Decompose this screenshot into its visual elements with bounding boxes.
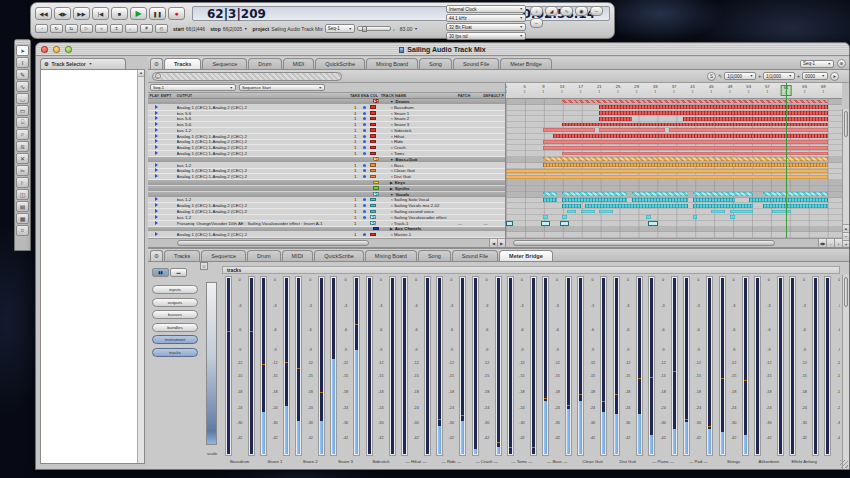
selection-button[interactable]: S: [707, 72, 716, 81]
name-cell[interactable]: ≈Sailing second voice: [381, 209, 458, 214]
track-color-chip[interactable]: [373, 186, 379, 190]
name-cell[interactable]: ≈Crash: [381, 145, 458, 150]
play-enabled-icon[interactable]: [155, 209, 158, 213]
ruler-tick[interactable]: 691: [821, 85, 826, 94]
play-cell[interactable]: [148, 122, 161, 127]
play-enabled-icon[interactable]: [155, 232, 158, 236]
disclosure-closed-icon[interactable]: ▶: [390, 227, 393, 231]
clock-option-select-2[interactable]: 32 Bit Float▼: [446, 23, 526, 31]
play-cell[interactable]: [148, 163, 161, 168]
take-cell[interactable]: 1: [350, 197, 360, 202]
track-color-chip[interactable]: [370, 152, 376, 156]
vzoom-in-icon[interactable]: +: [843, 240, 849, 247]
enable-dot-icon[interactable]: [363, 140, 366, 143]
name-cell[interactable]: ≈Dist Guit: [381, 174, 458, 179]
audio-clip[interactable]: [693, 198, 735, 202]
resize-grip[interactable]: [840, 460, 848, 468]
play-cell[interactable]: [148, 197, 161, 202]
enable-cell[interactable]: [360, 105, 370, 110]
fast-forward-button[interactable]: ▶▶: [73, 7, 90, 20]
window-titlebar[interactable]: Sailing Audio Track Mix: [36, 43, 849, 56]
audio-clip[interactable]: [632, 198, 688, 202]
output-cell[interactable]: Analog 1 (CEC) 1-Analog 2 (CEC) 2: [177, 145, 351, 150]
tab-quickscribe[interactable]: QuickScribe: [315, 58, 365, 69]
scrub-tool[interactable]: ≋: [16, 141, 29, 152]
scissors-tool[interactable]: ✂: [16, 165, 29, 176]
selection-duration-field[interactable]: 0000▼: [802, 72, 828, 80]
zoom-out-icon[interactable]: –: [826, 239, 834, 247]
audio-clip[interactable]: [599, 105, 828, 109]
ruler-tick[interactable]: 51: [523, 85, 525, 94]
pencil-tool[interactable]: ✎: [16, 69, 29, 80]
tab-sound-file[interactable]: Sound File: [452, 250, 498, 261]
tab-meter-bridge[interactable]: Meter Bridge: [500, 58, 552, 69]
panel-icon[interactable]: ⊡: [200, 262, 208, 270]
meter-channel[interactable]: 0-3-6-9-12-15-18-24-30-42: [751, 276, 786, 456]
enable-dot-icon[interactable]: [363, 135, 366, 138]
output-cell[interactable]: Analog 1 (CEC) 1-Analog 2 (CEC) 2: [177, 134, 351, 139]
ruler-tick[interactable]: 11: [506, 85, 507, 94]
memory-cycle-button[interactable]: ⇆: [65, 24, 78, 33]
ruler-tick[interactable]: 531: [746, 85, 751, 94]
meter-channel[interactable]: 0-3-6-9-12-15-18-24-30-42: [293, 276, 328, 456]
track-color-chip[interactable]: [370, 204, 376, 208]
audio-clip[interactable]: [599, 128, 664, 132]
output-cell[interactable]: bus 1-2: [177, 128, 351, 133]
name-cell[interactable]: ♪Track-1: [381, 221, 458, 226]
take-cell[interactable]: 1: [350, 174, 360, 179]
enable-cell[interactable]: [360, 122, 370, 127]
clock-option-select-1[interactable]: 44.1 kHz▼: [446, 14, 526, 22]
enable-cell[interactable]: [360, 168, 370, 173]
add-sequence-icon[interactable]: ⊕: [837, 59, 846, 68]
gear-icon[interactable]: ⚙: [44, 61, 48, 67]
scroll-left-icon[interactable]: ◀: [489, 239, 497, 247]
ruler-tick[interactable]: 411: [690, 85, 695, 94]
meter-channel[interactable]: 0-3-6-9-12-15-18-24-30-42: [222, 276, 257, 456]
track-color-chip[interactable]: [373, 99, 379, 103]
vzoom-out-icon[interactable]: –: [843, 232, 849, 239]
name-cell[interactable]: ≈Sidestick: [381, 128, 458, 133]
audio-clip[interactable]: [581, 210, 595, 214]
stop-button[interactable]: ■: [111, 7, 128, 20]
audio-clip[interactable]: [683, 117, 828, 121]
timeline-ruler[interactable]: 1151911311712112512913313714114514915315…: [506, 83, 842, 99]
meter-channel[interactable]: 0-3-6-9-12-15-18-24-30-42: [398, 276, 433, 456]
play-cell[interactable]: [148, 111, 161, 116]
audio-clip[interactable]: [730, 210, 753, 214]
track-list-hscrollbar[interactable]: ◀ ▶: [148, 238, 505, 247]
track-selector-tab[interactable]: ⚙ Track Selector ▼: [40, 58, 126, 69]
stop-dropdown-arrow[interactable]: ▼: [244, 27, 247, 31]
audition-button[interactable]: ▷: [80, 24, 93, 33]
meter-view-vertical-icon[interactable]: ▮▮: [152, 268, 169, 277]
meter-filter-bundles[interactable]: bundles: [152, 323, 198, 332]
play-enabled-icon[interactable]: [155, 145, 158, 149]
tab-meter-bridge[interactable]: Meter Bridge: [499, 250, 553, 261]
track-color-chip[interactable]: [370, 140, 376, 144]
enable-cell[interactable]: [360, 139, 370, 144]
play-cell[interactable]: [148, 168, 161, 173]
audio-clip[interactable]: [763, 192, 828, 196]
meter-channel[interactable]: 0-3-6-9-12-15-18-24-30-42: [363, 276, 398, 456]
audio-clip[interactable]: [543, 215, 548, 219]
take-cell[interactable]: 1: [350, 215, 360, 220]
tab-sequence[interactable]: Sequence: [201, 250, 246, 261]
meter-channel[interactable]: 0-3-6-9-12-15-18-24-30-42: [822, 276, 840, 456]
play-cell[interactable]: [148, 134, 161, 139]
enable-dot-icon[interactable]: [363, 112, 366, 115]
output-cell[interactable]: Analog 1 (CEC) 1-Analog 2 (CEC) 2: [177, 168, 351, 173]
disclosure-open-icon[interactable]: ▼: [390, 100, 393, 104]
audio-clip[interactable]: [669, 128, 828, 132]
take-cell[interactable]: 1: [350, 168, 360, 173]
audio-clip[interactable]: [693, 204, 754, 208]
audio-clip[interactable]: [562, 198, 627, 202]
play-enabled-icon[interactable]: [155, 174, 158, 178]
monitor-button[interactable]: ◉: [575, 6, 588, 16]
tab-song[interactable]: Song: [419, 58, 452, 69]
disclosure-closed-icon[interactable]: ▶: [390, 181, 393, 185]
ruler-tick[interactable]: 131: [560, 85, 565, 94]
name-cell[interactable]: ≈Ride: [381, 139, 458, 144]
meter-filter-tracks[interactable]: tracks: [152, 348, 198, 357]
slip-tool[interactable]: ▤: [16, 201, 29, 212]
enable-cell[interactable]: [360, 215, 370, 220]
audio-clip[interactable]: [599, 210, 613, 214]
